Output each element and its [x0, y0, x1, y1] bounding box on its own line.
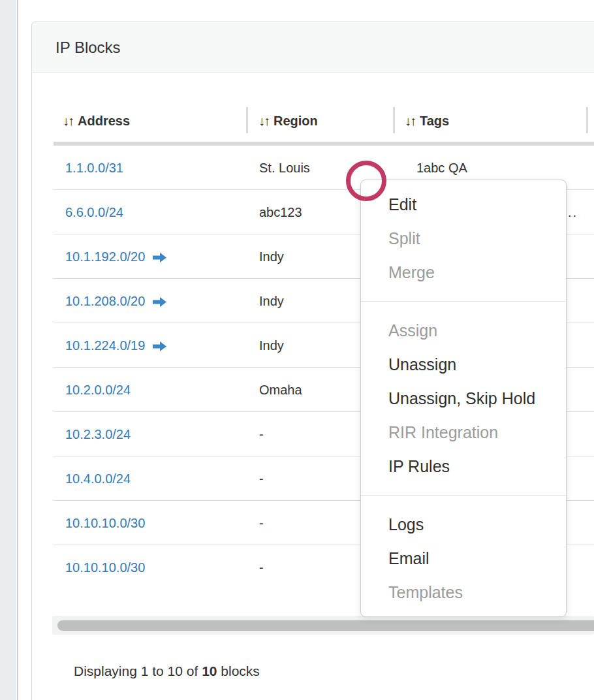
- sort-icon[interactable]: ↓↑: [63, 114, 73, 128]
- ip-address-link[interactable]: 10.4.0.0/24: [65, 471, 131, 486]
- address-cell: 10.1.224.0/19: [65, 323, 166, 368]
- ip-address-link[interactable]: 10.1.224.0/19: [65, 338, 145, 353]
- region-cell: Indy: [259, 323, 284, 368]
- summary-prefix: Displaying 1 to 10 of: [74, 663, 202, 678]
- menu-item-unassign-skip-hold[interactable]: Unassign, Skip Hold: [361, 381, 566, 415]
- sort-icon[interactable]: ↓↑: [258, 114, 269, 128]
- region-cell: St. Louis: [259, 146, 310, 190]
- tags-overflow-fragment: ..: [568, 190, 578, 234]
- menu-item-rir-integration: RIR Integration: [361, 415, 566, 449]
- column-header-label: Region: [274, 114, 318, 128]
- column-divider: [246, 107, 248, 133]
- sort-icon[interactable]: ↓↑: [405, 114, 415, 128]
- column-header-region[interactable]: ↓↑Region: [258, 111, 318, 131]
- region-cell: -: [259, 456, 264, 501]
- address-cell: 6.6.0.0/24: [65, 190, 123, 234]
- subassignment-arrow-icon: [153, 325, 166, 369]
- left-sidebar-divider: [17, 0, 18, 700]
- menu-divider: [361, 301, 566, 302]
- click-indicator-circle: [346, 161, 386, 201]
- summary-count: 10: [202, 663, 217, 678]
- horizontal-scrollbar-thumb[interactable]: [57, 620, 594, 631]
- address-cell: 10.10.10.0/30: [65, 545, 145, 590]
- ip-address-link[interactable]: 10.10.10.0/30: [65, 560, 145, 575]
- region-cell: Indy: [259, 234, 284, 279]
- menu-item-unassign[interactable]: Unassign: [361, 347, 566, 381]
- column-header-tags[interactable]: ↓↑Tags: [405, 111, 449, 131]
- region-cell: abc123: [259, 190, 302, 234]
- address-cell: 10.2.3.0/24: [65, 412, 131, 456]
- ip-address-link[interactable]: 10.1.208.0/20: [65, 294, 145, 308]
- ip-address-link[interactable]: 10.2.0.0/24: [65, 383, 131, 397]
- menu-divider: [361, 495, 566, 496]
- column-header-address[interactable]: ↓↑Address: [63, 111, 130, 131]
- column-header-label: Tags: [420, 114, 449, 128]
- panel-header: IP Blocks: [32, 22, 594, 73]
- menu-item-edit[interactable]: Edit: [361, 187, 566, 221]
- ip-address-link[interactable]: 10.2.3.0/24: [65, 427, 131, 441]
- address-cell: 1.1.0.0/31: [65, 146, 123, 190]
- address-cell: 10.10.10.0/30: [65, 501, 145, 545]
- page: IP Blocks ↓↑Address ↓↑Region ↓↑Tags 1.1.…: [0, 0, 594, 700]
- address-cell: 10.4.0.0/24: [65, 456, 131, 501]
- region-cell: Omaha: [259, 368, 302, 412]
- menu-item-merge: Merge: [361, 255, 566, 289]
- column-header-label: Address: [78, 114, 130, 128]
- menu-item-assign: Assign: [361, 313, 566, 347]
- address-cell: 10.1.192.0/20: [65, 234, 166, 279]
- menu-item-logs[interactable]: Logs: [361, 507, 566, 541]
- column-divider: [393, 107, 395, 133]
- left-sidebar-edge: [0, 0, 16, 700]
- subassignment-arrow-icon: [153, 236, 166, 280]
- ip-address-link[interactable]: 10.10.10.0/30: [65, 516, 145, 530]
- summary-suffix: blocks: [217, 663, 259, 678]
- ip-address-link[interactable]: 10.1.192.0/20: [65, 249, 145, 264]
- ip-address-link[interactable]: 6.6.0.0/24: [65, 205, 123, 219]
- menu-item-ip-rules[interactable]: IP Rules: [361, 449, 566, 483]
- address-cell: 10.1.208.0/20: [65, 279, 166, 323]
- subassignment-arrow-icon: [153, 280, 166, 325]
- menu-item-split: Split: [361, 221, 566, 255]
- region-cell: -: [259, 501, 264, 545]
- address-cell: 10.2.0.0/24: [65, 368, 131, 412]
- region-cell: -: [259, 412, 264, 456]
- column-divider: [586, 107, 588, 133]
- region-cell: Indy: [259, 279, 284, 323]
- page-title: IP Blocks: [55, 39, 121, 57]
- menu-item-email[interactable]: Email: [361, 541, 566, 575]
- context-menu: EditSplitMergeAssignUnassignUnassign, Sk…: [360, 180, 567, 617]
- ip-address-link[interactable]: 1.1.0.0/31: [65, 161, 123, 175]
- menu-item-templates: Templates: [361, 575, 566, 609]
- region-cell: -: [259, 545, 264, 590]
- record-count-summary: Displaying 1 to 10 of 10 blocks: [74, 663, 260, 679]
